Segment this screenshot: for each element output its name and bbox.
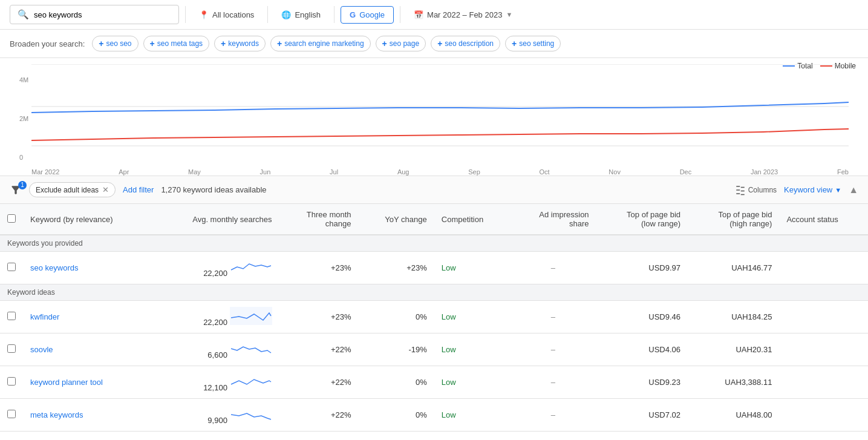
broaden-tag-label-3: search engine marketing [284, 39, 364, 48]
language-label: English [295, 10, 321, 19]
chip-close-icon[interactable]: ✕ [102, 185, 109, 194]
table-wrapper: Keyword (by relevance) Avg. monthly sear… [0, 204, 868, 432]
row-checkbox-cell-0[interactable] [0, 252, 23, 284]
keyword-cell-0: seo keywords [23, 252, 153, 284]
sparkline-2 [230, 340, 272, 358]
language-filter[interactable]: 🌐 English [274, 7, 328, 23]
engine-selector[interactable]: G Google [341, 6, 394, 24]
broaden-bar: Broaden your search: + seo seo + seo met… [0, 30, 868, 58]
yoy-3: 0% [359, 366, 434, 399]
header-checkbox-cell[interactable] [0, 204, 23, 235]
x-label-feb: Feb [837, 168, 849, 176]
plus-icon-3: + [277, 39, 282, 48]
broaden-tag-5[interactable]: + seo description [431, 36, 500, 51]
section-label-provided: Keywords you provided [0, 235, 868, 252]
three-month-1: +23% [279, 301, 359, 333]
row-checkbox-3[interactable] [7, 377, 16, 386]
row-checkbox-0[interactable] [7, 263, 16, 271]
row-checkbox-1[interactable] [7, 312, 16, 320]
collapse-button[interactable]: ▲ [849, 185, 858, 195]
avg-monthly-2: 6,600 [153, 333, 279, 366]
sparkline-4 [230, 405, 272, 423]
col-yoy: YoY change [359, 204, 434, 235]
col-account-status: Account status [779, 204, 868, 235]
ad-impression-3: – [510, 366, 596, 399]
broaden-tag-6[interactable]: + seo setting [505, 36, 561, 51]
language-icon: 🌐 [281, 10, 291, 19]
select-all-checkbox[interactable] [7, 214, 16, 223]
broaden-tag-3[interactable]: + search engine marketing [270, 36, 371, 51]
y-label-4m: 4M [19, 76, 28, 84]
competition-0: Low [434, 252, 510, 284]
chart-svg-element [31, 64, 849, 149]
top-bid-low-3: USD9.23 [596, 366, 688, 399]
row-checkbox-4[interactable] [7, 410, 16, 418]
yoy-1: 0% [359, 301, 434, 333]
row-checkbox-cell-4[interactable] [0, 399, 23, 432]
keywords-table: Keyword (by relevance) Avg. monthly sear… [0, 204, 868, 432]
broaden-tag-label-2: keywords [228, 39, 259, 48]
filter-icon-button[interactable]: 1 [10, 184, 22, 196]
x-label-dec: Dec [680, 168, 692, 176]
keyword-name-2[interactable]: soovle [30, 345, 53, 354]
ad-impression-0: – [510, 252, 596, 284]
columns-button[interactable]: Columns [735, 185, 777, 195]
broaden-tag-1[interactable]: + seo meta tags [143, 36, 210, 51]
location-filter[interactable]: 📍 All locations [192, 7, 261, 23]
chart-svg [31, 64, 849, 155]
three-month-4: +22% [279, 399, 359, 432]
keyword-name-3[interactable]: keyword planner tool [30, 378, 103, 387]
yoy-4: 0% [359, 399, 434, 432]
x-label-apr: Apr [119, 168, 129, 176]
search-icon: 🔍 [18, 9, 29, 20]
broaden-tag-0[interactable]: + seo seo [92, 36, 138, 51]
avg-monthly-value-4: 9,900 [207, 416, 227, 425]
engine-label: Google [359, 10, 385, 19]
plus-icon-5: + [437, 39, 442, 48]
ad-impression-1: – [510, 301, 596, 333]
broaden-tag-2[interactable]: + keywords [214, 36, 266, 51]
row-checkbox-cell-3[interactable] [0, 366, 23, 399]
columns-label: Columns [748, 186, 777, 194]
top-bar: 🔍 📍 All locations 🌐 English G Google 📅 M… [0, 0, 868, 30]
exclude-adult-chip[interactable]: Exclude adult ideas ✕ [29, 182, 116, 197]
top-bid-high-0: UAH146.77 [688, 252, 779, 284]
sparkline-0 [230, 258, 272, 276]
row-checkbox-2[interactable] [7, 344, 16, 353]
yoy-0: +23% [359, 252, 434, 284]
keyword-name-1[interactable]: kwfinder [30, 312, 59, 321]
add-filter-button[interactable]: Add filter [123, 185, 154, 194]
y-label-0: 0 [19, 154, 28, 161]
filter-badge: 1 [18, 181, 27, 189]
account-status-1 [779, 301, 868, 333]
x-label-nov: Nov [609, 168, 621, 176]
keyword-name-4[interactable]: meta keywords [30, 410, 83, 419]
x-label-aug: Aug [397, 168, 410, 176]
search-box[interactable]: 🔍 [10, 5, 179, 24]
chevron-down-icon-kv: ▼ [835, 186, 841, 194]
search-input[interactable] [34, 10, 171, 19]
keyword-cell-4: meta keywords [23, 399, 153, 432]
avg-monthly-1: 22,200 [153, 301, 279, 333]
plus-icon-0: + [99, 39, 103, 48]
three-month-0: +23% [279, 252, 359, 284]
date-range-picker[interactable]: 📅 Mar 2022 – Feb 2023 ▼ [406, 7, 520, 23]
keyword-name-0[interactable]: seo keywords [30, 263, 78, 272]
chevron-down-icon: ▼ [506, 11, 512, 18]
top-bid-high-2: UAH20.31 [688, 333, 779, 366]
y-label-2m: 2M [19, 115, 28, 122]
plus-icon-4: + [382, 39, 387, 48]
col-competition: Competition [434, 204, 510, 235]
location-label: All locations [212, 10, 254, 19]
row-checkbox-cell-2[interactable] [0, 333, 23, 366]
avg-monthly-value-1: 22,200 [203, 318, 227, 327]
row-checkbox-cell-1[interactable] [0, 301, 23, 333]
section-row-provided: Keywords you provided [0, 235, 868, 252]
broaden-tag-4[interactable]: + seo page [376, 36, 426, 51]
broaden-tag-label-5: seo description [445, 39, 494, 48]
avg-monthly-value-2: 6,600 [207, 350, 227, 360]
keyword-view-label: Keyword view [784, 185, 832, 194]
account-status-4 [779, 399, 868, 432]
account-status-0 [779, 252, 868, 284]
keyword-view-button[interactable]: Keyword view ▼ [784, 185, 841, 194]
